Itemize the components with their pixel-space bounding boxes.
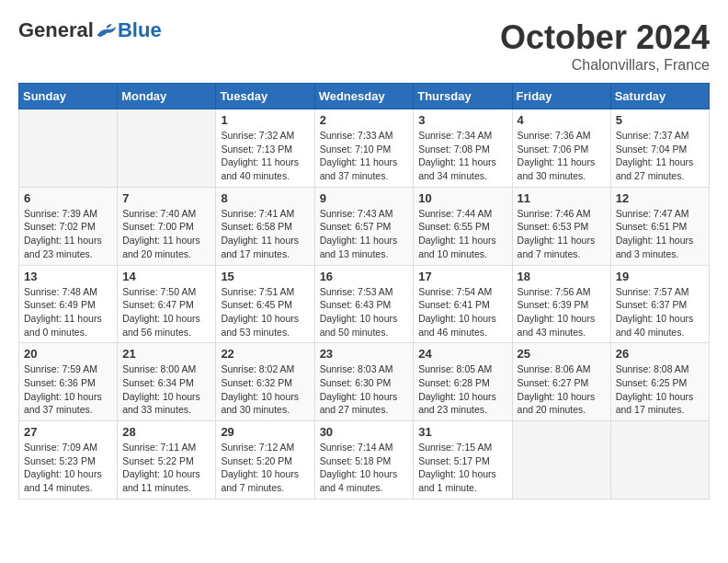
weekday-header: Saturday <box>610 84 709 109</box>
calendar-cell: 23Sunrise: 8:03 AMSunset: 6:30 PMDayligh… <box>314 343 414 421</box>
calendar-cell: 31Sunrise: 7:15 AMSunset: 5:17 PMDayligh… <box>414 421 512 500</box>
day-info: Sunrise: 7:12 AMSunset: 5:20 PMDaylight:… <box>221 441 309 495</box>
calendar-cell <box>512 421 610 500</box>
weekday-header: Monday <box>118 84 216 109</box>
calendar-cell: 26Sunrise: 8:08 AMSunset: 6:25 PMDayligh… <box>610 343 709 421</box>
weekday-header: Friday <box>512 84 610 109</box>
calendar-cell <box>118 109 216 188</box>
day-number: 22 <box>221 347 309 361</box>
calendar-cell: 8Sunrise: 7:41 AMSunset: 6:58 PMDaylight… <box>216 187 314 265</box>
calendar-week-row: 20Sunrise: 7:59 AMSunset: 6:36 PMDayligh… <box>19 343 710 421</box>
day-info: Sunrise: 7:09 AMSunset: 5:23 PMDaylight:… <box>24 441 112 495</box>
day-info: Sunrise: 7:39 AMSunset: 7:02 PMDaylight:… <box>24 207 112 261</box>
day-number: 29 <box>221 425 309 439</box>
calendar-cell: 4Sunrise: 7:36 AMSunset: 7:06 PMDaylight… <box>512 109 610 188</box>
day-info: Sunrise: 7:43 AMSunset: 6:57 PMDaylight:… <box>320 207 409 261</box>
calendar-cell: 29Sunrise: 7:12 AMSunset: 5:20 PMDayligh… <box>216 421 314 500</box>
day-number: 4 <box>518 113 606 127</box>
day-number: 2 <box>320 113 409 127</box>
day-number: 24 <box>418 347 506 361</box>
calendar-cell: 24Sunrise: 8:05 AMSunset: 6:28 PMDayligh… <box>414 343 512 421</box>
page-header: General Blue October 2024 Chalonvillars,… <box>18 18 710 74</box>
logo-bird-icon <box>96 22 118 39</box>
day-info: Sunrise: 7:37 AMSunset: 7:04 PMDaylight:… <box>616 129 704 183</box>
weekday-header: Wednesday <box>314 84 414 109</box>
day-info: Sunrise: 7:46 AMSunset: 6:53 PMDaylight:… <box>518 207 606 261</box>
calendar-cell: 30Sunrise: 7:14 AMSunset: 5:18 PMDayligh… <box>314 421 414 500</box>
calendar-cell: 5Sunrise: 7:37 AMSunset: 7:04 PMDaylight… <box>610 109 709 188</box>
day-info: Sunrise: 8:03 AMSunset: 6:30 PMDaylight:… <box>320 362 409 417</box>
day-number: 15 <box>221 270 309 283</box>
day-info: Sunrise: 7:15 AMSunset: 5:17 PMDaylight:… <box>418 441 506 495</box>
day-number: 12 <box>616 191 704 205</box>
location-title: Chalonvillars, France <box>500 57 710 74</box>
day-number: 17 <box>418 270 506 283</box>
day-info: Sunrise: 7:51 AMSunset: 6:45 PMDaylight:… <box>221 285 309 339</box>
calendar-cell: 19Sunrise: 7:57 AMSunset: 6:37 PMDayligh… <box>610 265 709 343</box>
day-number: 20 <box>24 347 112 361</box>
calendar-cell: 11Sunrise: 7:46 AMSunset: 6:53 PMDayligh… <box>512 187 610 265</box>
day-number: 21 <box>122 347 210 361</box>
calendar-table: SundayMondayTuesdayWednesdayThursdayFrid… <box>18 83 710 500</box>
day-number: 9 <box>320 191 409 205</box>
calendar-cell: 10Sunrise: 7:44 AMSunset: 6:55 PMDayligh… <box>414 187 512 265</box>
day-number: 27 <box>24 425 112 439</box>
calendar-cell: 17Sunrise: 7:54 AMSunset: 6:41 PMDayligh… <box>414 265 512 343</box>
weekday-header: Tuesday <box>216 84 314 109</box>
day-number: 19 <box>616 270 704 283</box>
calendar-cell: 2Sunrise: 7:33 AMSunset: 7:10 PMDaylight… <box>314 109 414 188</box>
day-info: Sunrise: 8:00 AMSunset: 6:34 PMDaylight:… <box>122 362 210 417</box>
day-number: 6 <box>24 191 112 205</box>
calendar-cell: 1Sunrise: 7:32 AMSunset: 7:13 PMDaylight… <box>216 109 314 188</box>
day-info: Sunrise: 7:54 AMSunset: 6:41 PMDaylight:… <box>418 285 506 339</box>
day-info: Sunrise: 8:06 AMSunset: 6:27 PMDaylight:… <box>518 362 606 417</box>
day-info: Sunrise: 7:14 AMSunset: 5:18 PMDaylight:… <box>320 441 409 495</box>
logo-general-text: General <box>18 18 94 42</box>
day-info: Sunrise: 7:33 AMSunset: 7:10 PMDaylight:… <box>320 129 409 183</box>
day-info: Sunrise: 7:40 AMSunset: 7:00 PMDaylight:… <box>122 207 210 261</box>
calendar-header-row: SundayMondayTuesdayWednesdayThursdayFrid… <box>19 84 710 109</box>
day-number: 23 <box>320 347 409 361</box>
day-info: Sunrise: 7:59 AMSunset: 6:36 PMDaylight:… <box>24 362 112 417</box>
day-number: 1 <box>221 113 309 127</box>
title-section: October 2024 Chalonvillars, France <box>500 18 710 74</box>
day-number: 14 <box>122 270 210 283</box>
day-info: Sunrise: 8:02 AMSunset: 6:32 PMDaylight:… <box>221 362 309 417</box>
calendar-cell: 15Sunrise: 7:51 AMSunset: 6:45 PMDayligh… <box>216 265 314 343</box>
day-number: 11 <box>518 191 606 205</box>
day-number: 7 <box>122 191 210 205</box>
month-title: October 2024 <box>500 18 710 57</box>
day-info: Sunrise: 7:47 AMSunset: 6:51 PMDaylight:… <box>616 207 704 261</box>
calendar-cell: 3Sunrise: 7:34 AMSunset: 7:08 PMDaylight… <box>414 109 512 188</box>
day-number: 3 <box>418 113 506 127</box>
day-number: 31 <box>418 425 506 439</box>
day-number: 16 <box>320 270 409 283</box>
calendar-cell: 13Sunrise: 7:48 AMSunset: 6:49 PMDayligh… <box>19 265 118 343</box>
calendar-cell <box>610 421 709 500</box>
calendar-cell: 6Sunrise: 7:39 AMSunset: 7:02 PMDaylight… <box>19 187 118 265</box>
day-number: 28 <box>122 425 210 439</box>
day-number: 18 <box>518 270 606 283</box>
calendar-cell: 21Sunrise: 8:00 AMSunset: 6:34 PMDayligh… <box>118 343 216 421</box>
calendar-cell: 28Sunrise: 7:11 AMSunset: 5:22 PMDayligh… <box>118 421 216 500</box>
day-info: Sunrise: 8:08 AMSunset: 6:25 PMDaylight:… <box>616 362 704 417</box>
day-number: 5 <box>616 113 704 127</box>
day-number: 8 <box>221 191 309 205</box>
calendar-week-row: 27Sunrise: 7:09 AMSunset: 5:23 PMDayligh… <box>19 421 710 500</box>
day-info: Sunrise: 7:32 AMSunset: 7:13 PMDaylight:… <box>221 129 309 183</box>
day-number: 30 <box>320 425 409 439</box>
calendar-week-row: 1Sunrise: 7:32 AMSunset: 7:13 PMDaylight… <box>19 109 710 188</box>
calendar-cell: 18Sunrise: 7:56 AMSunset: 6:39 PMDayligh… <box>512 265 610 343</box>
day-number: 10 <box>418 191 506 205</box>
calendar-cell: 22Sunrise: 8:02 AMSunset: 6:32 PMDayligh… <box>216 343 314 421</box>
calendar-week-row: 13Sunrise: 7:48 AMSunset: 6:49 PMDayligh… <box>19 265 710 343</box>
calendar-cell: 9Sunrise: 7:43 AMSunset: 6:57 PMDaylight… <box>314 187 414 265</box>
calendar-cell: 7Sunrise: 7:40 AMSunset: 7:00 PMDaylight… <box>118 187 216 265</box>
day-info: Sunrise: 7:34 AMSunset: 7:08 PMDaylight:… <box>418 129 506 183</box>
day-info: Sunrise: 7:56 AMSunset: 6:39 PMDaylight:… <box>518 285 606 339</box>
day-info: Sunrise: 7:44 AMSunset: 6:55 PMDaylight:… <box>418 207 506 261</box>
weekday-header: Thursday <box>414 84 512 109</box>
calendar-cell: 16Sunrise: 7:53 AMSunset: 6:43 PMDayligh… <box>314 265 414 343</box>
day-info: Sunrise: 7:36 AMSunset: 7:06 PMDaylight:… <box>518 129 606 183</box>
day-info: Sunrise: 7:11 AMSunset: 5:22 PMDaylight:… <box>122 441 210 495</box>
